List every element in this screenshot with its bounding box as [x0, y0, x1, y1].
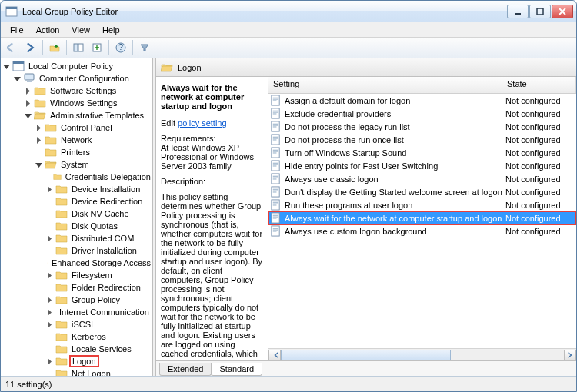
tree-item-group-policy[interactable]: Group Policy: [2, 294, 152, 306]
tree-item[interactable]: Printers: [2, 146, 152, 158]
horizontal-scrollbar[interactable]: [268, 348, 576, 360]
expand-icon[interactable]: [45, 185, 54, 194]
setting-name: Exclude credential providers: [285, 109, 505, 118]
tree-item-disk-quotas[interactable]: Disk Quotas: [2, 220, 152, 232]
list-row[interactable]: Always wait for the network at computer …: [268, 211, 576, 224]
tree-computer-config[interactable]: Computer Configuration: [2, 72, 152, 85]
show-hide-tree-button[interactable]: [70, 39, 87, 56]
tree-item-device-redirection[interactable]: Device Redirection: [2, 195, 152, 208]
tree-item-enhanced-storage-access[interactable]: Enhanced Storage Access: [2, 257, 152, 269]
menu-file[interactable]: File: [4, 24, 30, 36]
folder-icon: [55, 367, 68, 376]
back-button[interactable]: [4, 39, 21, 56]
up-button[interactable]: [46, 39, 63, 56]
tree-item[interactable]: Network: [2, 134, 152, 146]
filter-button[interactable]: [136, 39, 153, 56]
svg-rect-10: [74, 44, 78, 51]
setting-name: Turn off Windows Startup Sound: [285, 148, 505, 158]
list-row[interactable]: Turn off Windows Startup SoundNot config…: [268, 146, 576, 159]
titlebar[interactable]: Local Group Policy Editor: [1, 1, 576, 22]
setting-name: Don't display the Getting Started welcom…: [285, 188, 505, 197]
toolbar: ?: [1, 38, 576, 58]
tree-item-logon[interactable]: Logon: [2, 355, 152, 367]
minimize-button[interactable]: [507, 5, 529, 18]
tree-item-driver-installation[interactable]: Driver Installation: [2, 244, 152, 257]
collapse-icon[interactable]: [13, 75, 22, 83]
column-setting[interactable]: Setting: [268, 77, 502, 93]
list-row[interactable]: Do not process the legacy run listNot co…: [268, 120, 576, 133]
export-button[interactable]: [88, 39, 105, 56]
tab-extended[interactable]: Extended: [159, 363, 212, 376]
edit-policy-link[interactable]: policy setting: [178, 118, 227, 128]
expand-icon[interactable]: [45, 308, 54, 317]
list-row[interactable]: Always use classic logonNot configured: [268, 172, 576, 185]
collapse-icon[interactable]: [2, 62, 11, 71]
tree-item-label: Logon: [69, 355, 99, 367]
expand-icon[interactable]: [45, 234, 54, 243]
close-button[interactable]: [552, 5, 573, 18]
tree-item-label: Network: [59, 135, 93, 145]
tree-item[interactable]: System: [2, 158, 152, 171]
folder-icon: [55, 244, 68, 257]
help-button[interactable]: ?: [112, 39, 129, 56]
tabs: Extended Standard: [156, 360, 576, 376]
maximize-button[interactable]: [529, 5, 551, 18]
setting-state: Not configured: [505, 214, 575, 223]
list-row[interactable]: Assign a default domain for logonNot con…: [268, 94, 576, 107]
expand-icon[interactable]: [45, 271, 54, 280]
expand-icon[interactable]: [45, 296, 54, 304]
list-row[interactable]: Run these programs at user logonNot conf…: [268, 198, 576, 211]
tree-item-label: Folder Redirection: [70, 283, 142, 292]
folder-icon: [55, 343, 68, 355]
tree-item-filesystem[interactable]: Filesystem: [2, 269, 152, 281]
setting-state: Not configured: [505, 188, 575, 197]
scroll-track[interactable]: [281, 350, 564, 360]
details-header: Logon: [156, 58, 576, 77]
scroll-left-button[interactable]: [268, 350, 281, 360]
tree-item-folder-redirection[interactable]: Folder Redirection: [2, 281, 152, 294]
tree-item-label: Local Computer Policy: [27, 61, 115, 71]
collapse-icon[interactable]: [24, 111, 32, 120]
tree-item-net-logon[interactable]: Net Logon: [2, 367, 152, 376]
statusbar: 11 setting(s): [1, 376, 576, 391]
menu-action[interactable]: Action: [30, 24, 66, 36]
expand-icon[interactable]: [35, 124, 43, 132]
expand-icon[interactable]: [45, 321, 54, 329]
tree-item-device-installation[interactable]: Device Installation: [2, 183, 152, 195]
expand-icon[interactable]: [24, 99, 32, 108]
tree-item-kerberos[interactable]: Kerberos: [2, 331, 152, 343]
forward-button[interactable]: [22, 39, 39, 56]
collapse-icon[interactable]: [35, 161, 43, 169]
expand-icon[interactable]: [45, 357, 54, 366]
tree-item-credentials-delegation[interactable]: Credentials Delegation: [2, 171, 152, 183]
list-body[interactable]: Assign a default domain for logonNot con…: [268, 94, 576, 348]
tree-item-label: Filesystem: [70, 271, 114, 280]
list-row[interactable]: Always use custom logon backgroundNot co…: [268, 224, 576, 238]
scroll-thumb[interactable]: [281, 350, 451, 360]
list-row[interactable]: Don't display the Getting Started welcom…: [268, 185, 576, 198]
description-label: Description:: [161, 177, 205, 186]
tree-item[interactable]: Control Panel: [2, 121, 152, 134]
list-row[interactable]: Do not process the run once listNot conf…: [268, 133, 576, 146]
column-state[interactable]: State: [502, 77, 576, 93]
expand-icon[interactable]: [24, 87, 32, 95]
tree-pane[interactable]: Local Computer PolicyComputer Configurat…: [1, 58, 153, 376]
list-row[interactable]: Exclude credential providersNot configur…: [268, 107, 576, 120]
tree-item-disk-nv-cache[interactable]: Disk NV Cache: [2, 208, 152, 220]
tree-item-distributed-com[interactable]: Distributed COM: [2, 232, 152, 244]
tree-item-internet-communication-m[interactable]: Internet Communication M: [2, 306, 152, 318]
tree-item-label: Device Installation: [70, 184, 142, 194]
tree-item-locale-services[interactable]: Locale Services: [2, 343, 152, 355]
expand-icon[interactable]: [35, 136, 43, 145]
tree-root[interactable]: Local Computer Policy: [2, 60, 152, 72]
tree-item-iscsi[interactable]: iSCSI: [2, 318, 152, 331]
menu-help[interactable]: Help: [96, 24, 126, 36]
scroll-right-button[interactable]: [564, 350, 576, 360]
tree-item[interactable]: Administrative Templates: [2, 109, 152, 121]
list-row[interactable]: Hide entry points for Fast User Switchin…: [268, 159, 576, 172]
tab-standard[interactable]: Standard: [211, 363, 262, 376]
separator: [42, 40, 43, 55]
tree-item[interactable]: Software Settings: [2, 85, 152, 97]
menu-view[interactable]: View: [65, 24, 96, 36]
tree-item[interactable]: Windows Settings: [2, 97, 152, 109]
